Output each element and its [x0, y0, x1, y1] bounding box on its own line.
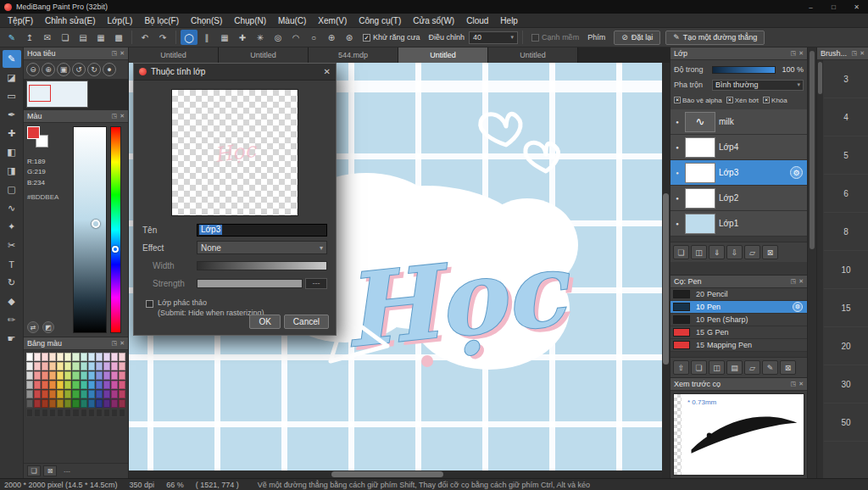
- palette-swatch[interactable]: [119, 371, 125, 380]
- brush-size-item[interactable]: 8: [824, 213, 868, 251]
- brush-row[interactable]: 20Pencil: [670, 288, 807, 301]
- palette-swatch[interactable]: [26, 371, 33, 380]
- menu-item[interactable]: Công cụ(T): [353, 14, 407, 28]
- magic-wand-tool[interactable]: ✦: [3, 218, 21, 236]
- palette-swatch[interactable]: [103, 362, 110, 370]
- palette-swatch[interactable]: [42, 353, 48, 361]
- palette-swatch[interactable]: [34, 362, 41, 370]
- palette-swatch[interactable]: [57, 371, 64, 380]
- pencil-tool[interactable]: ✏: [3, 311, 21, 329]
- palette-swatch[interactable]: [72, 381, 79, 389]
- close-panel-icon[interactable]: ✕: [120, 113, 125, 120]
- float-panel-icon[interactable]: ◳: [791, 381, 797, 387]
- menu-item[interactable]: Cloud: [460, 14, 494, 28]
- panel-scrollbar-thumb[interactable]: [810, 51, 815, 249]
- brush-size-item[interactable]: 15: [824, 289, 868, 327]
- palette-swatch[interactable]: [81, 390, 87, 398]
- snap-concentric-icon[interactable]: ◎: [270, 30, 287, 45]
- brush-row[interactable]: 15Mapping Pen: [670, 339, 807, 352]
- layer-name-input[interactable]: Lớp3: [197, 224, 327, 237]
- select-tool[interactable]: ▢: [3, 181, 21, 198]
- blend-dropdown[interactable]: Bình thường ▾: [712, 80, 804, 91]
- clone-brush-icon[interactable]: ◫: [709, 360, 725, 375]
- brush-size-item[interactable]: 50: [824, 404, 868, 442]
- move-tool[interactable]: ✚: [3, 125, 21, 142]
- clipping-checkbox[interactable]: ✕ Xén bớt: [726, 97, 759, 104]
- ok-button[interactable]: OK: [249, 315, 280, 329]
- brush-row[interactable]: 10Pen⚙: [670, 301, 807, 314]
- palette-swatch[interactable]: [64, 371, 71, 380]
- canvas-h-scrollbar[interactable]: [129, 471, 662, 478]
- palette-swatch[interactable]: [42, 390, 48, 398]
- brush-size-scrollbar[interactable]: [817, 60, 823, 478]
- palette-swatch[interactable]: [34, 390, 41, 398]
- layer-settings-icon[interactable]: ⚙: [790, 166, 803, 179]
- layer-visibility-icon[interactable]: ●: [673, 120, 682, 125]
- delete-layer-icon[interactable]: ⊠: [762, 245, 778, 259]
- snap-add-icon[interactable]: ⊕: [323, 30, 340, 45]
- snap-grid-icon[interactable]: ▦: [216, 30, 233, 45]
- palette-swatch[interactable]: [119, 362, 125, 370]
- gradient-tool[interactable]: ◨: [3, 162, 21, 180]
- soft-edge-checkbox[interactable]: Cạnh mềm: [531, 33, 579, 42]
- close-panel-icon[interactable]: ✕: [798, 381, 804, 387]
- palette-swatch[interactable]: [42, 371, 48, 380]
- menu-item[interactable]: Chụp(N): [228, 14, 272, 28]
- float-panel-icon[interactable]: ◳: [791, 50, 797, 57]
- hand-tool[interactable]: ☛: [3, 330, 21, 348]
- document-tab[interactable]: Untitled: [488, 47, 578, 63]
- float-panel-icon[interactable]: ◳: [852, 50, 858, 57]
- brush-size-item[interactable]: 5: [824, 136, 868, 175]
- menu-item[interactable]: Màu(C): [272, 14, 312, 28]
- float-panel-icon[interactable]: ◳: [791, 278, 797, 285]
- hue-cursor[interactable]: [112, 246, 119, 253]
- palette-swatch[interactable]: [49, 399, 56, 408]
- brush-row[interactable]: 10Pen (Sharp): [670, 314, 807, 326]
- create-line-button[interactable]: ✎ Tạo một đường thẳng: [665, 31, 765, 45]
- rotate-tool[interactable]: ↻: [3, 274, 21, 292]
- palette-swatch[interactable]: [26, 399, 33, 408]
- palette-swatch[interactable]: [96, 371, 103, 380]
- brush-size-item[interactable]: 6: [824, 175, 868, 213]
- palette-swatch[interactable]: [72, 399, 79, 408]
- palette-swatch[interactable]: [81, 353, 87, 361]
- palette-swatch[interactable]: [34, 381, 41, 389]
- palette-swatch[interactable]: [49, 409, 56, 417]
- menu-item[interactable]: Lớp(L): [102, 14, 139, 28]
- palette-swatch[interactable]: [81, 362, 87, 370]
- reset-button[interactable]: ⊘ Đặt lại: [614, 31, 660, 45]
- float-panel-icon[interactable]: ◳: [112, 113, 118, 120]
- layer-row[interactable]: ●Lớp4: [670, 135, 807, 160]
- layer-visibility-icon[interactable]: ●: [673, 196, 682, 201]
- palette-swatch[interactable]: [26, 390, 33, 398]
- close-panel-icon[interactable]: ✕: [120, 50, 125, 57]
- palette-swatch[interactable]: [111, 353, 118, 361]
- document-tab[interactable]: Untitled: [129, 47, 219, 63]
- opacity-slider[interactable]: [712, 66, 776, 74]
- snap-off-icon[interactable]: ◯: [181, 30, 198, 45]
- palette-swatch[interactable]: [119, 381, 125, 389]
- layer-row[interactable]: ●Lớp2: [670, 186, 807, 211]
- palette-swatch[interactable]: [57, 390, 64, 398]
- palette-swatch[interactable]: [111, 409, 118, 417]
- snap-curve-icon[interactable]: ◠: [287, 30, 304, 45]
- palette-swatch[interactable]: [49, 362, 56, 370]
- redo-icon[interactable]: ↷: [154, 30, 171, 45]
- dot-pen-tool[interactable]: ✒: [3, 106, 21, 124]
- snap-ellipse-icon[interactable]: ○: [305, 30, 322, 45]
- palette-swatch[interactable]: [111, 390, 118, 398]
- palette-swatch[interactable]: [103, 390, 110, 398]
- delete-color-icon[interactable]: ⊠: [43, 465, 57, 476]
- brush-size-scrollbar-thumb[interactable]: [818, 62, 822, 94]
- v-scrollbar-thumb[interactable]: [663, 193, 669, 365]
- dialog-close-icon[interactable]: ✕: [324, 67, 331, 76]
- palette-swatch[interactable]: [34, 409, 41, 417]
- lock-checkbox[interactable]: ✕ Khóa: [763, 97, 787, 104]
- palette-swatch[interactable]: [49, 390, 56, 398]
- menu-item[interactable]: Xem(V): [312, 14, 353, 28]
- close-button[interactable]: ✕: [845, 0, 868, 14]
- eyedropper-tool[interactable]: ◆: [3, 292, 21, 310]
- palette-swatch[interactable]: [96, 409, 103, 417]
- palette-swatch[interactable]: [96, 381, 103, 389]
- layer-row[interactable]: ●∿milk: [670, 109, 807, 135]
